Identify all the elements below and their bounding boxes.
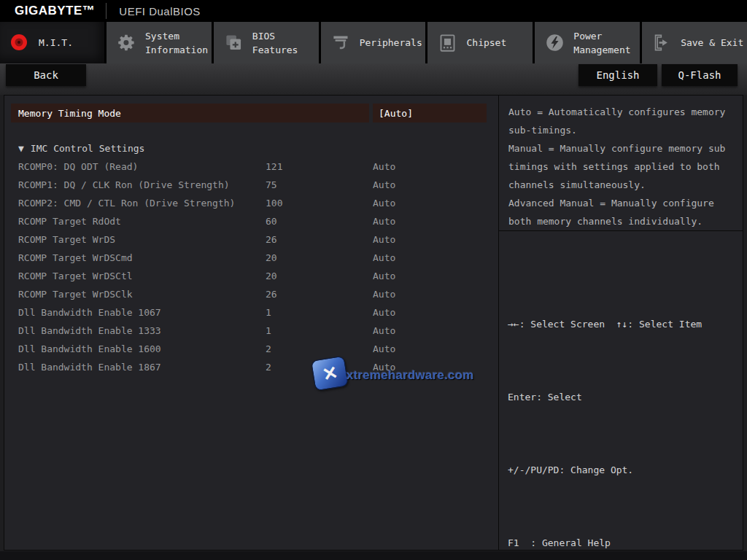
logo-divider bbox=[106, 3, 107, 19]
setting-row[interactable]: Dll Bandwidth Enable 1333 1 Auto bbox=[4, 322, 498, 340]
memory-timing-mode-value[interactable]: [Auto] bbox=[373, 104, 487, 122]
setting-value: 60 bbox=[266, 216, 373, 227]
setting-row[interactable]: RCOMP Target RdOdt 60 Auto bbox=[4, 212, 498, 230]
help-text-line: Advanced Manual = Manually configure bbox=[508, 194, 740, 212]
setting-value: 20 bbox=[266, 271, 373, 281]
setting-value: 2 bbox=[266, 343, 373, 354]
setting-label: RCOMP Target WrDS bbox=[18, 234, 266, 245]
exit-door-arrow-icon bbox=[652, 33, 672, 52]
setting-value: 20 bbox=[266, 252, 373, 263]
memory-timing-mode-value-text: [Auto] bbox=[379, 108, 413, 119]
tab-label: Power Management bbox=[573, 29, 630, 57]
firmware-title: UEFI DualBIOS bbox=[119, 5, 201, 18]
mit-red-dot-icon bbox=[10, 33, 30, 52]
bottom-strip bbox=[0, 551, 747, 560]
toolbar: Back English Q-Flash bbox=[0, 63, 747, 95]
setting-mode: Auto bbox=[373, 252, 498, 263]
setting-label: Dll Bandwidth Enable 1867 bbox=[18, 362, 266, 373]
peripheral-connector-icon bbox=[331, 33, 351, 52]
main-panel: Memory Timing Mode [Auto] ▼ IMC Control … bbox=[4, 95, 743, 551]
setting-mode: Auto bbox=[373, 271, 498, 281]
tab-power-management[interactable]: Power Management bbox=[535, 22, 640, 63]
tab-peripherals[interactable]: Peripherals bbox=[321, 22, 426, 63]
setting-mode: Auto bbox=[373, 343, 498, 354]
setting-label: RCOMP Target WrDSCtl bbox=[18, 271, 266, 281]
setting-value: 26 bbox=[266, 289, 373, 300]
setting-mode: Auto bbox=[373, 161, 498, 172]
tab-label: M.I.T. bbox=[39, 36, 73, 50]
help-text-line: channels simultaneously. bbox=[508, 176, 740, 194]
setting-label: RCOMP1: DQ / CLK Ron (Drive Strength) bbox=[18, 179, 266, 190]
setting-mode: Auto bbox=[373, 198, 498, 209]
help-panel: Auto = Automatically configures memory s… bbox=[498, 96, 743, 550]
setting-row[interactable]: RCOMP0: DQ ODT (Read) 121 Auto bbox=[4, 158, 498, 176]
item-help-text: Auto = Automatically configures memory s… bbox=[499, 96, 743, 231]
help-text-line: timings with settings applied to both bbox=[508, 158, 740, 176]
chipset-icon bbox=[438, 33, 457, 52]
setting-value: 75 bbox=[266, 179, 373, 190]
setting-label: RCOMP0: DQ ODT (Read) bbox=[18, 161, 266, 172]
setting-row[interactable]: RCOMP2: CMD / CTL Ron (Drive Strength) 1… bbox=[4, 194, 498, 212]
help-text-line: Auto = Automatically configures memory bbox=[508, 103, 740, 121]
shortcut-line: F1 : General Help bbox=[508, 534, 743, 552]
help-text-line: sub-timings. bbox=[508, 121, 740, 139]
qflash-button[interactable]: Q-Flash bbox=[662, 64, 738, 86]
collapse-triangle-icon: ▼ bbox=[18, 143, 24, 154]
memory-timing-mode-label: Memory Timing Mode bbox=[18, 108, 121, 119]
toolbar-right-group: English Q-Flash bbox=[578, 63, 738, 86]
setting-row[interactable]: RCOMP Target WrDS 26 Auto bbox=[4, 230, 498, 249]
imc-control-settings-header[interactable]: ▼ IMC Control Settings bbox=[18, 143, 144, 154]
top-bar: GIGABYTE™ UEFI DualBIOS bbox=[0, 0, 747, 22]
setting-label: RCOMP Target WrDSCmd bbox=[18, 252, 266, 263]
shortcut-line: +/-/PU/PD: Change Opt. bbox=[508, 461, 743, 479]
setting-mode: Auto bbox=[373, 307, 498, 318]
memory-timing-mode-row[interactable]: Memory Timing Mode bbox=[11, 104, 369, 122]
setting-value: 2 bbox=[266, 362, 373, 373]
tab-system-information[interactable]: System Information bbox=[107, 22, 212, 63]
setting-value: 121 bbox=[266, 161, 373, 172]
tab-label: Save & Exit bbox=[681, 36, 743, 50]
setting-row[interactable]: Dll Bandwidth Enable 1600 2 Auto bbox=[4, 340, 498, 358]
settings-content: Memory Timing Mode [Auto] ▼ IMC Control … bbox=[4, 96, 498, 550]
setting-mode: Auto bbox=[373, 234, 498, 245]
language-button[interactable]: English bbox=[578, 64, 657, 86]
setting-mode: Auto bbox=[373, 289, 498, 300]
help-text-line: Manual = Manually configure memory sub bbox=[508, 139, 740, 158]
setting-value: 100 bbox=[266, 198, 373, 209]
setting-row[interactable]: RCOMP Target WrDSClk 26 Auto bbox=[4, 285, 498, 303]
shortcut-line: →←: Select Screen ↑↓: Select Item bbox=[508, 315, 743, 333]
tab-label: BIOS Features bbox=[252, 29, 298, 57]
setting-row[interactable]: Dll Bandwidth Enable 1067 1 Auto bbox=[4, 303, 498, 322]
tab-label: Peripherals bbox=[360, 36, 422, 50]
setting-row[interactable]: RCOMP Target WrDSCtl 20 Auto bbox=[4, 267, 498, 285]
tab-bar: M.I.T. System Information BIOS Features … bbox=[0, 22, 747, 63]
gigabyte-logo: GIGABYTE™ bbox=[15, 4, 95, 18]
setting-label: Dll Bandwidth Enable 1333 bbox=[18, 325, 266, 336]
gear-icon bbox=[117, 33, 136, 52]
power-lightning-icon bbox=[545, 33, 565, 52]
tab-save-exit[interactable]: Save & Exit bbox=[642, 22, 747, 63]
back-button[interactable]: Back bbox=[6, 64, 86, 86]
setting-mode: Auto bbox=[373, 325, 498, 336]
tab-label: Chipset bbox=[466, 36, 506, 50]
setting-mode: Auto bbox=[373, 179, 498, 190]
tab-bios-features[interactable]: BIOS Features bbox=[214, 22, 319, 63]
setting-mode: Auto bbox=[373, 362, 498, 373]
tab-chipset[interactable]: Chipset bbox=[427, 22, 533, 63]
setting-row[interactable]: RCOMP1: DQ / CLK Ron (Drive Strength) 75… bbox=[4, 176, 498, 194]
setting-value: 1 bbox=[266, 307, 373, 318]
setting-label: RCOMP2: CMD / CTL Ron (Drive Strength) bbox=[18, 198, 266, 209]
settings-list: RCOMP0: DQ ODT (Read) 121 Auto RCOMP1: D… bbox=[4, 158, 498, 376]
setting-value: 1 bbox=[266, 325, 373, 336]
layered-windows-plus-icon bbox=[224, 33, 244, 52]
setting-row[interactable]: RCOMP Target WrDSCmd 20 Auto bbox=[4, 249, 498, 267]
shortcut-line: Enter: Select bbox=[508, 388, 743, 406]
setting-label: RCOMP Target WrDSClk bbox=[18, 289, 266, 300]
setting-label: Dll Bandwidth Enable 1067 bbox=[18, 307, 266, 318]
section-title: IMC Control Settings bbox=[31, 143, 145, 154]
setting-row[interactable]: Dll Bandwidth Enable 1867 2 Auto bbox=[4, 358, 498, 376]
setting-mode: Auto bbox=[373, 216, 498, 227]
help-text-line: both memory channels individually. bbox=[508, 212, 740, 230]
tab-mit[interactable]: M.I.T. bbox=[0, 22, 104, 63]
tab-label: System Information bbox=[145, 29, 208, 57]
